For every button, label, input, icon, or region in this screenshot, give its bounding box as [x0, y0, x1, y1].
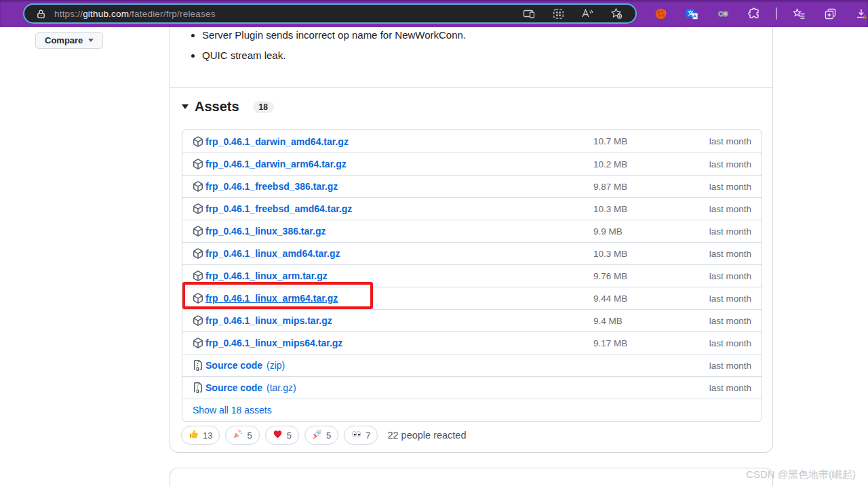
downloads-icon[interactable] [854, 7, 868, 20]
table-row: Source code(zip) last month [182, 354, 762, 376]
collections-icon[interactable] [823, 7, 837, 20]
asset-link[interactable]: frp_0.46.1_darwin_amd64.tar.gz [205, 136, 349, 147]
asset-size: 9.17 MB [593, 338, 709, 348]
package-icon [193, 226, 203, 237]
asset-link[interactable]: frp_0.46.1_darwin_arm64.tar.gz [205, 159, 347, 169]
asset-size: 9.44 MB [593, 293, 709, 304]
add-favorite-icon[interactable] [610, 7, 623, 20]
file-zip-icon [193, 382, 203, 393]
asset-size: 10.3 MB [593, 249, 709, 259]
asset-date: last month [709, 316, 751, 326]
rocket-icon [312, 429, 322, 441]
triangle-down-icon [182, 104, 189, 109]
asset-link[interactable]: frp_0.46.1_freebsd_386.tar.gz [205, 181, 338, 192]
asset-link[interactable]: frp_0.46.1_freebsd_amd64.tar.gz [205, 203, 352, 214]
package-icon [193, 181, 203, 192]
asset-size: 9.4 MB [593, 316, 709, 326]
release-notes-list: Server Plugin sends incorrect op name fo… [191, 29, 466, 70]
source-code-suffix[interactable]: (tar.gz) [267, 382, 296, 393]
toolbar-separator [776, 7, 777, 20]
table-row: frp_0.46.1_linux_mips.tar.gz 9.4 MB last… [182, 309, 762, 331]
table-row: Source code(tar.gz) last month [182, 376, 762, 399]
asset-date: last month [709, 136, 751, 146]
asset-size: 10.3 MB [593, 204, 709, 214]
asset-date: last month [709, 249, 751, 259]
file-zip-icon [193, 360, 203, 371]
package-icon [193, 315, 203, 326]
table-row: frp_0.46.1_linux_mips64.tar.gz 9.17 MB l… [182, 331, 762, 354]
source-code-link[interactable]: Source code [205, 360, 262, 371]
asset-date: last month [709, 293, 751, 304]
asset-date: last month [709, 204, 751, 214]
asset-link[interactable]: frp_0.46.1_linux_mips.tar.gz [205, 315, 332, 326]
table-row: frp_0.46.1_linux_386.tar.gz 9.9 MB last … [182, 220, 762, 242]
table-row: frp_0.46.1_linux_amd64.tar.gz 10.3 MB la… [182, 242, 762, 264]
compare-label: Compare [45, 35, 83, 45]
table-row: frp_0.46.1_darwin_amd64.tar.gz 10.7 MB l… [182, 130, 762, 153]
send-to-device-icon[interactable] [522, 7, 536, 20]
browser-toolbar: https://github.com/fatedier/frp/releases [0, 0, 868, 27]
asset-link[interactable]: frp_0.46.1_linux_mips64.tar.gz [205, 338, 342, 348]
reaction-count: 7 [366, 430, 370, 441]
release-note-item: QUIC stream leak. [202, 49, 466, 61]
assets-toggle[interactable]: Assets 18 [182, 99, 274, 115]
watermark-text: CSDN @黑色地带(崛起) [746, 468, 856, 481]
package-icon [193, 136, 203, 147]
reaction-summary: 22 people reacted [387, 430, 466, 441]
assets-count-badge: 18 [253, 101, 274, 113]
asset-size: 10.7 MB [593, 136, 709, 146]
asset-date: last month [709, 182, 751, 192]
lock-icon[interactable] [34, 7, 47, 20]
apps-grid-icon[interactable] [551, 7, 565, 20]
release-card: Server Plugin sends incorrect op name fo… [170, 0, 773, 453]
cookie-extension-icon[interactable] [654, 7, 667, 20]
package-icon [193, 159, 203, 169]
reaction-count: 5 [326, 430, 331, 441]
asset-date: last month [709, 338, 751, 348]
table-row: frp_0.46.1_freebsd_386.tar.gz 9.87 MB la… [182, 175, 762, 197]
read-aloud-icon[interactable] [580, 7, 594, 20]
reaction-count: 13 [203, 430, 212, 441]
reaction-count: 5 [247, 430, 252, 441]
section-divider [170, 87, 772, 88]
chevron-down-icon [88, 39, 94, 42]
address-bar[interactable]: https://github.com/fatedier/frp/releases [23, 3, 637, 24]
package-icon [193, 270, 203, 281]
asset-size: 9.9 MB [593, 226, 709, 237]
extensions-puzzle-icon[interactable] [747, 7, 761, 20]
translate-extension-icon[interactable] [685, 7, 698, 20]
eyes-icon [351, 429, 361, 441]
reaction-thumbs-up[interactable]: 13 [181, 426, 220, 445]
asset-link-highlighted[interactable]: frp_0.46.1_linux_arm64.tar.gz [205, 293, 338, 304]
asset-link[interactable]: frp_0.46.1_linux_386.tar.gz [205, 226, 326, 237]
reaction-eyes[interactable]: 7 [344, 426, 378, 445]
asset-size: 10.2 MB [593, 159, 709, 169]
show-all-assets-link[interactable]: Show all 18 assets [193, 405, 272, 416]
table-row: frp_0.46.1_linux_arm.tar.gz 9.76 MB last… [182, 264, 762, 287]
reaction-count: 5 [287, 430, 292, 441]
gray-extension-icon[interactable] [716, 7, 730, 20]
favorites-icon[interactable] [792, 7, 806, 20]
asset-link[interactable]: frp_0.46.1_linux_amd64.tar.gz [205, 248, 340, 259]
asset-link[interactable]: frp_0.46.1_linux_arm.tar.gz [205, 270, 328, 281]
thumbs-up-icon [189, 429, 199, 441]
assets-title: Assets [195, 99, 239, 115]
source-code-link[interactable]: Source code [205, 382, 262, 393]
asset-date: last month [709, 159, 751, 169]
release-note-item: Server Plugin sends incorrect op name fo… [202, 29, 466, 41]
source-code-suffix[interactable]: (zip) [267, 360, 285, 371]
package-icon [193, 293, 203, 304]
table-row: Show all 18 assets [182, 399, 762, 421]
asset-date: last month [709, 383, 751, 393]
url-text[interactable]: https://github.com/fatedier/frp/releases [54, 9, 216, 19]
table-row-highlighted: frp_0.46.1_linux_arm64.tar.gz 9.44 MB la… [182, 287, 762, 309]
asset-date: last month [709, 361, 751, 371]
asset-date: last month [709, 271, 751, 281]
compare-button[interactable]: Compare [35, 32, 103, 49]
party-popper-icon [233, 429, 243, 441]
assets-table: frp_0.46.1_darwin_amd64.tar.gz 10.7 MB l… [182, 129, 762, 422]
reaction-rocket[interactable]: 5 [304, 426, 338, 445]
asset-date: last month [709, 226, 751, 237]
reaction-heart[interactable]: 5 [265, 426, 299, 445]
reaction-party[interactable]: 5 [225, 426, 259, 445]
